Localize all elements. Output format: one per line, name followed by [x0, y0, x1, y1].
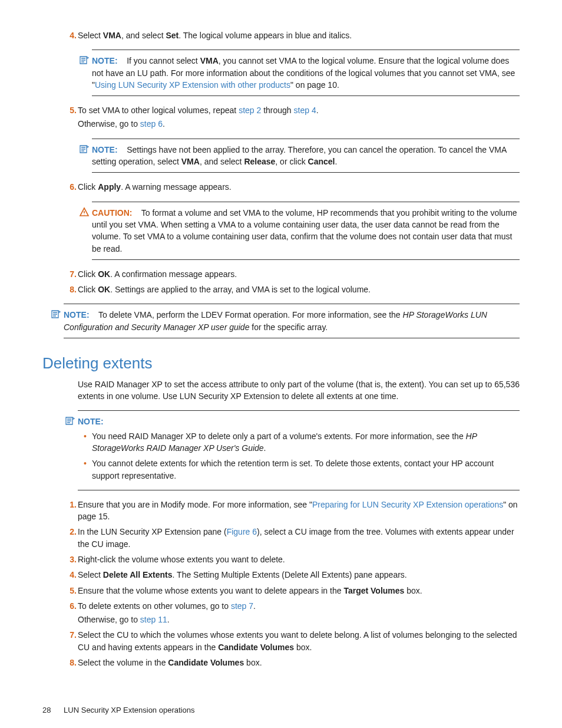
step-number: 4. [64, 569, 77, 581]
xref-link[interactable]: step 7 [231, 601, 253, 611]
step-text: To set VMA to other logical volumes, rep… [78, 106, 319, 115]
note-admonition: NOTE: You need RAID Manager XP to delete… [78, 410, 520, 490]
xref-link[interactable]: step 11 [140, 615, 167, 624]
note-icon [51, 309, 61, 319]
step-number: 7. [64, 629, 77, 641]
step-4: 4. Select Delete All Extents. The Settin… [78, 569, 520, 581]
caution-icon [79, 207, 90, 218]
step-8: 8. Select the volume in the Candidate Vo… [78, 657, 520, 668]
note-icon [65, 416, 75, 426]
step-number: 4. [64, 29, 77, 41]
step-text: Click OK. Settings are applied to the ar… [78, 285, 371, 294]
note-label: NOTE: [92, 56, 118, 65]
step-number: 5. [64, 585, 77, 597]
procedure-steps-delete: 1. Ensure that you are in Modify mode. F… [42, 499, 520, 669]
step-text: To delete extents on other volumes, go t… [78, 601, 256, 611]
note-text: To delete VMA, perform the LDEV Format o… [64, 310, 487, 331]
note-label: NOTE: [64, 310, 90, 319]
caution-text: To format a volume and set VMA to the vo… [92, 208, 517, 253]
step-7: 7. Click OK. A confirmation message appe… [78, 268, 520, 280]
note-icon [79, 55, 90, 65]
step-8: 8. Click OK. Settings are applied to the… [78, 284, 520, 295]
xref-link[interactable]: Preparing for LUN Security XP Extension … [312, 500, 503, 509]
step-number: 3. [64, 554, 77, 565]
step-5: 5. Ensure that the volume whose extents … [78, 585, 520, 597]
step-text: Select Delete All Extents. The Setting M… [78, 570, 407, 579]
note-text: Settings have not been applied to the ar… [92, 145, 507, 166]
xref-link[interactable]: step 4 [294, 106, 316, 115]
step-subtext: Otherwise, go to step 11. [78, 614, 520, 625]
section-heading: Deleting extents [42, 353, 520, 375]
caution-label: CAUTION: [92, 208, 132, 218]
section-intro: Use RAID Manager XP to set the access at… [78, 378, 520, 403]
xref-link[interactable]: Figure 6 [227, 527, 257, 536]
step-text: Right-click the volume whose extents you… [78, 555, 285, 564]
step-text: Select VMA, and select Set. The logical … [78, 31, 352, 40]
step-text: Select the volume in the Candidate Volum… [78, 658, 262, 667]
step-text: Select the CU to which the volumes whose… [78, 630, 517, 651]
xref-link[interactable]: step 6 [140, 119, 163, 129]
step-number: 2. [64, 526, 77, 538]
xref-link[interactable]: Using LUN Security XP Extension with oth… [95, 80, 290, 90]
note-bullet-list: You need RAID Manager XP to delete only … [78, 430, 520, 482]
step-text: Click Apply. A warning message appears. [78, 182, 232, 192]
note-label: NOTE: [92, 145, 118, 154]
note-admonition: NOTE: Settings have not been applied to … [92, 139, 520, 173]
step-text: In the LUN Security XP Extension pane (F… [78, 527, 514, 548]
step-number: 8. [64, 657, 77, 668]
step-text: Ensure that the volume whose extents you… [78, 586, 422, 595]
step-2: 2. In the LUN Security XP Extension pane… [78, 526, 520, 550]
step-4: 4. Select VMA, and select Set. The logic… [78, 29, 520, 96]
step-number: 6. [64, 600, 77, 612]
note-text: If you cannot select VMA, you cannot set… [92, 56, 515, 90]
step-3: 3. Right-click the volume whose extents … [78, 554, 520, 565]
note-admonition: NOTE: If you cannot select VMA, you cann… [92, 50, 520, 96]
note-admonition: NOTE: To delete VMA, perform the LDEV Fo… [64, 304, 520, 338]
step-text: Click OK. A confirmation message appears… [78, 269, 237, 279]
step-number: 1. [64, 499, 77, 510]
step-number: 6. [64, 181, 77, 193]
step-text: Ensure that you are in Modify mode. For … [78, 500, 518, 521]
step-1: 1. Ensure that you are in Modify mode. F… [78, 499, 520, 523]
note-icon [79, 144, 90, 154]
note-label: NOTE: [78, 417, 104, 426]
list-item: You need RAID Manager XP to delete only … [92, 430, 520, 454]
step-6: 6. To delete extents on other volumes, g… [78, 600, 520, 626]
step-7: 7. Select the CU to which the volumes wh… [78, 629, 520, 653]
step-number: 5. [64, 104, 77, 116]
xref-link[interactable]: step 2 [239, 106, 261, 115]
step-number: 8. [64, 284, 77, 295]
procedure-steps-vma: 4. Select VMA, and select Set. The logic… [42, 29, 520, 295]
list-item: You cannot delete extents for which the … [92, 457, 520, 482]
caution-admonition: CAUTION: To format a volume and set VMA … [92, 202, 520, 260]
step-subtext: Otherwise, go to step 6. [78, 118, 520, 130]
step-number: 7. [64, 268, 77, 280]
step-6: 6. Click Apply. A warning message appear… [78, 181, 520, 259]
step-5: 5. To set VMA to other logical volumes, … [78, 104, 520, 173]
